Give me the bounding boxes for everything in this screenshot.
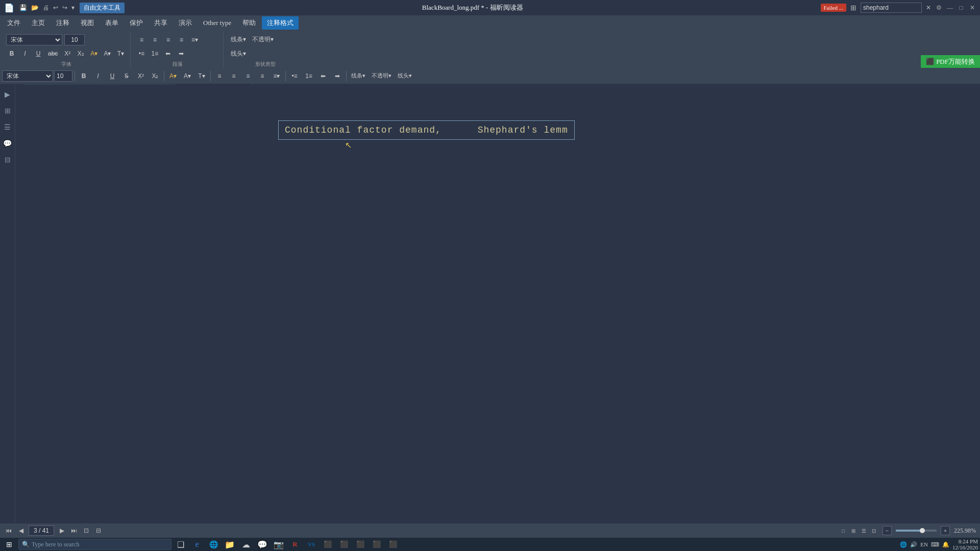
af-align-left[interactable]: ≡ xyxy=(213,69,226,83)
align-right-btn[interactable]: ≡ xyxy=(162,34,174,45)
menu-protect[interactable]: 保护 xyxy=(125,16,148,30)
sidebar-pages-icon[interactable]: ⊞ xyxy=(2,105,13,116)
menu-home[interactable]: 主页 xyxy=(27,16,50,30)
page-input[interactable] xyxy=(29,525,54,536)
af-line-dropdown[interactable]: ≡▾ xyxy=(270,69,283,83)
vscode-btn[interactable]: VS xyxy=(304,538,318,550)
split-view[interactable]: ⊡ xyxy=(869,526,878,535)
af-align-right[interactable]: ≡ xyxy=(241,69,255,83)
af-font-select[interactable]: 宋体 xyxy=(2,70,53,82)
chrome-btn[interactable]: 🌐 xyxy=(206,538,220,550)
indent-inc-btn[interactable]: ➡ xyxy=(176,48,187,59)
save-icon[interactable]: 💾 xyxy=(18,3,28,13)
app7-btn[interactable]: R xyxy=(288,538,302,550)
single-page-view[interactable]: □ xyxy=(839,526,848,535)
wechat-btn[interactable]: 💬 xyxy=(255,538,270,550)
fit-width-btn[interactable]: ⊟ xyxy=(94,526,103,535)
search-clear-icon[interactable]: ✕ xyxy=(926,4,931,12)
indent-dec-btn[interactable]: ⬅ xyxy=(162,48,174,59)
first-page-btn[interactable]: ⏮ xyxy=(4,526,13,535)
taskbar-search[interactable]: 🔍 Type here to search xyxy=(18,539,172,550)
menu-comment[interactable]: 注释 xyxy=(51,16,75,30)
af-indent-inc[interactable]: ➡ xyxy=(331,69,344,83)
af-font-size[interactable] xyxy=(54,70,72,82)
close-btn[interactable]: ✕ xyxy=(969,4,976,11)
settings-btn[interactable]: ⚙ xyxy=(935,4,942,11)
minimize-btn[interactable]: — xyxy=(946,4,953,11)
next-page-btn[interactable]: ▶ xyxy=(57,526,66,535)
menu-annot-format[interactable]: 注释格式 xyxy=(262,16,299,30)
edge-btn[interactable]: e xyxy=(190,538,204,550)
af-font-color-btn[interactable]: A▾ xyxy=(166,69,180,83)
open-icon[interactable]: 📂 xyxy=(30,3,40,13)
af-bullet-btn[interactable]: •≡ xyxy=(288,69,301,83)
sidebar-comments-icon[interactable]: 💬 xyxy=(2,138,13,149)
af-strike-btn[interactable]: S̶ xyxy=(120,69,133,83)
menu-other[interactable]: Other type xyxy=(198,17,236,29)
two-page-view[interactable]: ⊞ xyxy=(849,526,858,535)
print-icon[interactable]: 🖨 xyxy=(42,3,50,13)
app12-btn[interactable]: ⬛ xyxy=(370,538,384,550)
strikethrough-button[interactable]: abc xyxy=(46,48,60,59)
app6-btn[interactable]: 📷 xyxy=(272,538,286,550)
align-justify-btn[interactable]: ≡ xyxy=(176,34,187,45)
af-bold-btn[interactable]: B xyxy=(77,69,90,83)
app13-btn[interactable]: ⬛ xyxy=(386,538,400,550)
onedrive-btn[interactable]: ☁ xyxy=(239,538,253,550)
notification-icon[interactable]: 🔔 xyxy=(942,541,949,548)
af-textsize-btn[interactable]: T▾ xyxy=(195,69,208,83)
line2-btn[interactable]: 线头▾ xyxy=(229,48,248,59)
menu-share[interactable]: 共享 xyxy=(149,16,173,30)
zoom-slider[interactable] xyxy=(896,530,937,532)
text-size-button[interactable]: T▾ xyxy=(115,48,126,59)
menu-file[interactable]: 文件 xyxy=(2,16,26,30)
af-align-justify[interactable]: ≡ xyxy=(256,69,269,83)
zoom-out-btn[interactable]: − xyxy=(883,526,892,535)
font-name-select[interactable]: 宋体 xyxy=(6,34,62,45)
af-align-center[interactable]: ≡ xyxy=(227,69,240,83)
sidebar-layers-icon[interactable]: ⊟ xyxy=(2,154,13,165)
af-number-btn[interactable]: 1≡ xyxy=(302,69,315,83)
af-sub-btn[interactable]: X₂ xyxy=(149,69,162,83)
sidebar-arrow-icon[interactable]: ▶ xyxy=(2,89,13,100)
bullet-list-btn[interactable]: •≡ xyxy=(136,48,147,59)
scroll-view[interactable]: ☰ xyxy=(859,526,868,535)
customize-icon[interactable]: ▾ xyxy=(70,3,76,13)
align-left-btn[interactable]: ≡ xyxy=(136,34,147,45)
undo-icon[interactable]: ↩ xyxy=(52,3,59,13)
menu-form[interactable]: 表单 xyxy=(100,16,124,30)
underline-button[interactable]: U xyxy=(33,48,44,59)
sidebar-bookmarks-icon[interactable]: ☰ xyxy=(2,121,13,133)
shephard-search-input[interactable] xyxy=(861,3,922,13)
subscript-button[interactable]: X₂ xyxy=(75,48,86,59)
bold-button[interactable]: B xyxy=(6,48,17,59)
highlight-color-button[interactable]: A▾ xyxy=(102,48,113,59)
af-bg-color-btn[interactable]: A▾ xyxy=(181,69,194,83)
superscript-button[interactable]: X² xyxy=(62,48,73,59)
last-page-btn[interactable]: ⏭ xyxy=(69,526,79,535)
af-super-btn[interactable]: X² xyxy=(134,69,148,83)
app10-btn[interactable]: ⬛ xyxy=(337,538,351,550)
align-center-btn[interactable]: ≡ xyxy=(149,34,160,45)
maximize-btn[interactable]: □ xyxy=(958,4,965,11)
font-size-input[interactable] xyxy=(64,34,85,45)
start-button[interactable]: ⊞ xyxy=(2,538,16,550)
redo-icon[interactable]: ↪ xyxy=(61,3,68,13)
pdf-convert-button[interactable]: ⬛ PDF万能转换 xyxy=(921,55,980,68)
layout-icon[interactable]: ⊞ xyxy=(850,4,856,12)
line-dropdown-btn[interactable]: ≡▾ xyxy=(189,34,200,45)
menu-present[interactable]: 演示 xyxy=(174,16,197,30)
fit-page-btn[interactable]: ⊡ xyxy=(82,526,91,535)
af-underline-btn[interactable]: U xyxy=(106,69,119,83)
font-color-button[interactable]: A▾ xyxy=(88,48,100,59)
zoom-in-btn[interactable]: + xyxy=(941,526,950,535)
number-list-btn[interactable]: 1≡ xyxy=(149,48,160,59)
italic-button[interactable]: I xyxy=(19,48,31,59)
task-view-btn[interactable]: ❑ xyxy=(174,538,188,550)
af-indent-dec[interactable]: ⬅ xyxy=(316,69,330,83)
text-annotation-box[interactable]: Conditional factor demand, Shephard's le… xyxy=(278,120,575,140)
explorer-btn[interactable]: 📁 xyxy=(223,538,237,550)
line-btn[interactable]: 线条▾ xyxy=(229,34,248,45)
menu-help[interactable]: 帮助 xyxy=(237,16,261,30)
menu-view[interactable]: 视图 xyxy=(76,16,99,30)
